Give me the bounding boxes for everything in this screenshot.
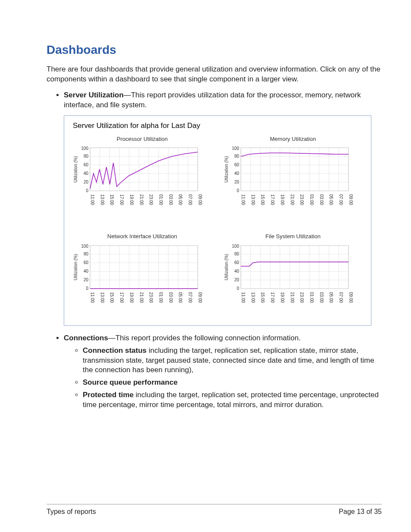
svg-text:05:00: 05:00 xyxy=(178,292,183,303)
svg-text:80: 80 xyxy=(234,252,240,256)
chart-subtitle-processor: Processor Utilization xyxy=(71,135,213,143)
svg-rect-105 xyxy=(241,246,349,289)
svg-text:07:00: 07:00 xyxy=(188,292,193,303)
svg-text:60: 60 xyxy=(84,260,89,265)
svg-text:07:00: 07:00 xyxy=(339,292,343,303)
chart-processor: Processor Utilization xyxy=(71,135,213,221)
svg-text:07:00: 07:00 xyxy=(339,194,343,205)
svg-text:19:00: 19:00 xyxy=(280,194,285,205)
bullet-body: —This report provides the following conn… xyxy=(108,334,301,342)
svg-text:05:00: 05:00 xyxy=(178,194,183,205)
ylabel: Utilization (%) xyxy=(224,156,229,183)
svg-text:13:00: 13:00 xyxy=(251,292,255,303)
svg-text:20: 20 xyxy=(84,180,89,184)
chart-svg-network: 020406080100 Utilization (%) 11:00 13:00… xyxy=(71,242,205,315)
svg-text:17:00: 17:00 xyxy=(270,292,275,303)
bullet-head: Connections xyxy=(64,334,108,342)
svg-text:11:00: 11:00 xyxy=(241,194,246,205)
footer: Types of reports Page 13 of 35 xyxy=(47,508,382,516)
sub-connection-status: Connection status including the target, … xyxy=(83,346,382,376)
svg-text:80: 80 xyxy=(234,154,240,159)
ylabel: Utilization (%) xyxy=(224,254,229,280)
chart-svg-filesystem: 020406080100 Utilization (%) 11:00 13:00… xyxy=(222,242,355,315)
svg-text:15:00: 15:00 xyxy=(109,194,114,205)
svg-text:03:00: 03:00 xyxy=(319,194,324,205)
dashboard-title: Server Utilization for alpha for Last Da… xyxy=(73,121,364,131)
chart-svg-memory: 020406080100 Utilization (%) 11:00 13:00… xyxy=(222,144,355,218)
svg-text:03:00: 03:00 xyxy=(168,194,173,205)
bullet-connections: Connections—This report provides the fol… xyxy=(64,333,382,411)
svg-text:21:00: 21:00 xyxy=(290,292,295,303)
ylabel: Utilization (%) xyxy=(73,254,78,280)
svg-text:17:00: 17:00 xyxy=(119,194,124,205)
chart-subtitle-filesystem: File System Utilization xyxy=(222,233,364,240)
sub-head: Protected time xyxy=(83,391,134,399)
svg-text:05:00: 05:00 xyxy=(329,292,333,303)
svg-text:23:00: 23:00 xyxy=(299,194,304,205)
chart-subtitle-memory: Memory Utilization xyxy=(222,135,364,143)
svg-text:40: 40 xyxy=(234,171,240,176)
bullet-list: Server Utilization—This report provides … xyxy=(47,90,382,410)
svg-text:09:00: 09:00 xyxy=(198,194,202,205)
svg-text:17:00: 17:00 xyxy=(270,194,275,205)
svg-text:21:00: 21:00 xyxy=(139,292,144,303)
svg-text:15:00: 15:00 xyxy=(260,292,265,303)
svg-text:40: 40 xyxy=(234,269,240,274)
dashboard-panel: Server Utilization for alpha for Last Da… xyxy=(64,115,371,326)
svg-text:23:00: 23:00 xyxy=(149,194,153,205)
svg-text:60: 60 xyxy=(234,260,240,265)
svg-text:40: 40 xyxy=(84,269,89,274)
svg-text:19:00: 19:00 xyxy=(129,194,134,205)
svg-text:60: 60 xyxy=(84,162,89,167)
svg-text:01:00: 01:00 xyxy=(159,194,163,205)
svg-text:11:00: 11:00 xyxy=(90,292,95,303)
svg-text:23:00: 23:00 xyxy=(149,292,153,303)
svg-text:80: 80 xyxy=(84,252,89,256)
svg-text:100: 100 xyxy=(232,244,239,249)
page-title: Dashboards xyxy=(47,43,382,57)
svg-text:20: 20 xyxy=(84,277,89,282)
svg-text:100: 100 xyxy=(232,146,239,151)
svg-text:21:00: 21:00 xyxy=(290,194,295,205)
svg-text:11:00: 11:00 xyxy=(90,194,95,205)
svg-text:100: 100 xyxy=(81,244,88,249)
chart-grid: Processor Utilization xyxy=(71,135,364,318)
chart-memory: Memory Utilization xyxy=(222,135,364,221)
svg-text:15:00: 15:00 xyxy=(260,194,265,205)
footer-left: Types of reports xyxy=(47,508,96,516)
svg-text:60: 60 xyxy=(234,162,240,167)
svg-text:23:00: 23:00 xyxy=(299,292,304,303)
svg-text:40: 40 xyxy=(84,171,89,176)
svg-text:20: 20 xyxy=(234,180,240,184)
svg-text:01:00: 01:00 xyxy=(159,292,163,303)
svg-text:09:00: 09:00 xyxy=(198,292,202,303)
intro-paragraph: There are four dashboards that provide g… xyxy=(47,65,382,84)
svg-text:01:00: 01:00 xyxy=(309,292,314,303)
chart-svg-processor: 020406080100 Utilization (%) 11:00 13:00… xyxy=(71,144,205,218)
svg-text:11:00: 11:00 xyxy=(241,292,246,303)
svg-text:05:00: 05:00 xyxy=(329,194,333,205)
svg-text:100: 100 xyxy=(81,146,88,151)
svg-text:09:00: 09:00 xyxy=(349,194,353,205)
svg-text:19:00: 19:00 xyxy=(129,292,134,303)
svg-text:0: 0 xyxy=(86,286,88,291)
svg-text:03:00: 03:00 xyxy=(319,292,324,303)
sub-bullet-list: Connection status including the target, … xyxy=(64,346,382,411)
svg-text:21:00: 21:00 xyxy=(139,194,144,205)
svg-text:03:00: 03:00 xyxy=(168,292,173,303)
svg-text:0: 0 xyxy=(237,286,239,291)
svg-text:15:00: 15:00 xyxy=(109,292,114,303)
page: Dashboards There are four dashboards tha… xyxy=(0,0,411,532)
sub-head: Connection status xyxy=(83,346,146,355)
bullet-head: Server Utilization xyxy=(64,91,124,99)
svg-text:20: 20 xyxy=(234,277,240,282)
sub-protected-time: Protected time including the target, rep… xyxy=(83,390,382,410)
bullet-server-utilization: Server Utilization—This report provides … xyxy=(64,90,382,326)
svg-text:0: 0 xyxy=(86,188,88,193)
footer-right: Page 13 of 35 xyxy=(339,508,382,516)
chart-network: Network Interface Utilization xyxy=(71,233,213,318)
svg-text:19:00: 19:00 xyxy=(280,292,285,303)
svg-text:09:00: 09:00 xyxy=(349,292,353,303)
ylabel: Utilization (%) xyxy=(73,156,78,183)
svg-text:01:00: 01:00 xyxy=(309,194,314,205)
